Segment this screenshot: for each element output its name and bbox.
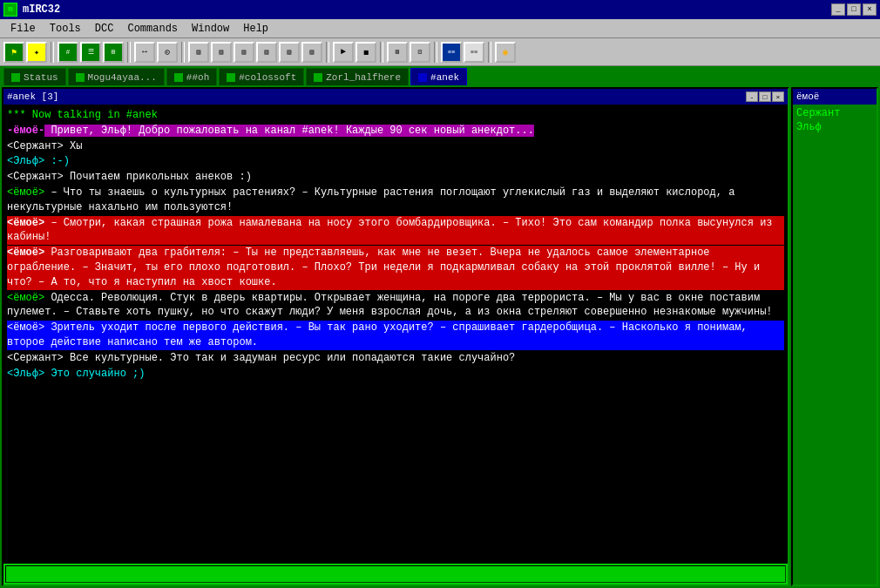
- user-list-titlebar: ёмоё: [793, 89, 877, 105]
- toolbar-options[interactable]: ✦: [26, 42, 47, 63]
- toolbar-circle2[interactable]: ◉: [495, 42, 516, 63]
- toolbar-b4[interactable]: ▤: [256, 42, 277, 63]
- user-list: ёмоё Сержант Эльф: [791, 87, 878, 586]
- chat-line: <Сержант> Все культурные. Это так и заду…: [7, 351, 784, 366]
- toolbar-b8[interactable]: ⊡: [410, 42, 430, 63]
- menu-tools[interactable]: Tools: [43, 21, 88, 37]
- toolbar-b6[interactable]: ▤: [301, 42, 322, 63]
- chat-line-red: <ёмоё> – Смотри, какая страшная рожа нам…: [7, 216, 784, 246]
- chat-input[interactable]: [5, 565, 786, 583]
- channel-window: #anek [3] - □ × *** Now talking in #anek…: [2, 87, 789, 586]
- channel-close[interactable]: ×: [772, 91, 784, 102]
- toolbar-sep4: [326, 42, 329, 63]
- chat-line: -ёмоё- Привет, Эльф! Добро пожаловать на…: [7, 124, 784, 139]
- toolbar-b1[interactable]: ▤: [188, 42, 209, 63]
- toolbar-sep2: [127, 42, 131, 63]
- toolbar-b2[interactable]: ▤: [211, 42, 232, 63]
- app-title: mIRC32: [23, 3, 60, 16]
- title-bar: m mIRC32 _ □ ×: [0, 0, 880, 19]
- toolbar-sep3: [181, 42, 185, 63]
- chat-line: <Эльф> :-): [7, 154, 784, 169]
- chat-line: <Эльф> Это случайно ;): [7, 367, 784, 382]
- toolbar-b7[interactable]: ⊠: [387, 42, 408, 63]
- toolbar: ⚑ ✦ # ☰ ⊞ ↔ ⊙ ▤ ▤ ▤ ▤ ▤ ▤ ► ◼ ⊠ ⊡ ≡≡ ≡≡ …: [0, 38, 880, 66]
- menu-file[interactable]: File: [3, 21, 43, 37]
- toolbar-channels[interactable]: #: [58, 42, 78, 63]
- toolbar-query[interactable]: ⊞: [103, 42, 124, 63]
- toolbar-arrow1[interactable]: ↔: [134, 42, 155, 63]
- maximize-button[interactable]: □: [847, 3, 861, 16]
- tab-anek[interactable]: #anek: [410, 68, 467, 85]
- chat-line-blue: <ёмоё> Зритель уходит после первого дейс…: [7, 321, 784, 350]
- chat-area: *** Now talking in #anek -ёмоё- Привет, …: [3, 105, 788, 564]
- app-icon: m: [3, 3, 17, 17]
- user-list-content: Сержант Эльф: [793, 105, 877, 585]
- menu-dcc[interactable]: DCC: [88, 21, 121, 37]
- toolbar-stop[interactable]: ◼: [355, 42, 376, 63]
- close-button[interactable]: ×: [863, 3, 877, 16]
- toolbar-flag1[interactable]: ≡≡: [441, 42, 462, 63]
- channel-titlebar-buttons: - □ ×: [746, 91, 784, 102]
- tab-bar: Status Mogu4ayaa... ##oh #colossoft Zorl…: [0, 66, 880, 85]
- chat-line: <ёмоё> – Что ты знаешь о культурных раст…: [7, 186, 784, 215]
- user-item-elf[interactable]: Эльф: [795, 120, 875, 134]
- system-line: *** Now talking in #anek: [7, 108, 784, 123]
- toolbar-circle[interactable]: ⊙: [157, 42, 178, 63]
- user-list-title: ёмоё: [796, 91, 819, 102]
- channel-title: #anek [3]: [7, 91, 58, 102]
- channel-minimize[interactable]: -: [746, 91, 758, 102]
- toolbar-sep6: [434, 42, 437, 63]
- menu-bar: File Tools DCC Commands Window Help: [0, 19, 880, 38]
- toolbar-sep1: [51, 42, 54, 63]
- menu-window[interactable]: Window: [185, 21, 236, 37]
- toolbar-flag2[interactable]: ≡≡: [464, 42, 484, 63]
- title-buttons: _ □ ×: [831, 3, 877, 16]
- tab-mogu4ayaa[interactable]: Mogu4ayaa...: [68, 68, 165, 85]
- toolbar-nicklist[interactable]: ☰: [80, 42, 101, 63]
- main-area: #anek [3] - □ × *** Now talking in #anek…: [0, 85, 880, 588]
- channel-titlebar: #anek [3] - □ ×: [3, 89, 788, 105]
- chat-line: <ёмоё> Одесса. Революция. Стук в дверь к…: [7, 291, 784, 321]
- tab-status[interactable]: Status: [3, 68, 66, 85]
- toolbar-play[interactable]: ►: [333, 42, 354, 63]
- input-area: [3, 564, 788, 585]
- toolbar-b5[interactable]: ▤: [279, 42, 300, 63]
- menu-commands[interactable]: Commands: [120, 21, 185, 37]
- chat-line-red2: <ёмоё> Разговаривают два грабителя: – Ты…: [7, 246, 784, 289]
- toolbar-b3[interactable]: ▤: [234, 42, 254, 63]
- user-item-serzant[interactable]: Сержант: [795, 106, 875, 120]
- menu-help[interactable]: Help: [236, 21, 275, 37]
- tab-zorl[interactable]: Zorl_halfhere: [306, 68, 409, 85]
- minimize-button[interactable]: _: [831, 3, 845, 16]
- toolbar-sep7: [488, 42, 491, 63]
- tab-oh[interactable]: ##oh: [166, 68, 217, 85]
- chat-line: <Сержант> Хы: [7, 139, 784, 154]
- chat-line: <Сержант> Почитаем прикольных анеков :): [7, 170, 784, 185]
- toolbar-connect[interactable]: ⚑: [3, 42, 24, 63]
- title-bar-left: m mIRC32: [3, 3, 60, 17]
- toolbar-sep5: [380, 42, 383, 63]
- channel-maximize[interactable]: □: [759, 91, 771, 102]
- tab-colossoft[interactable]: #colossoft: [219, 68, 304, 85]
